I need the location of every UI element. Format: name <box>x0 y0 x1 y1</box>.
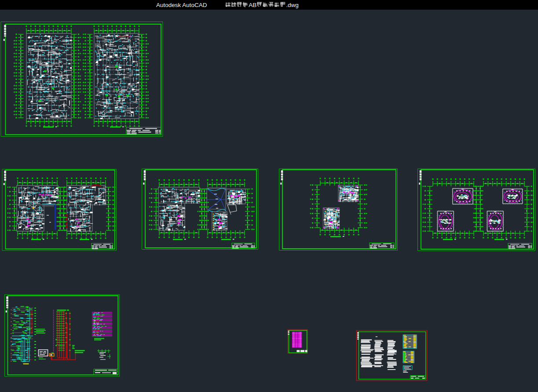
svg-text:AB: AB <box>249 2 256 8</box>
svg-text:Autodesk AutoCAD: Autodesk AutoCAD <box>156 2 207 8</box>
svg-text:.dwg: .dwg <box>286 2 299 8</box>
